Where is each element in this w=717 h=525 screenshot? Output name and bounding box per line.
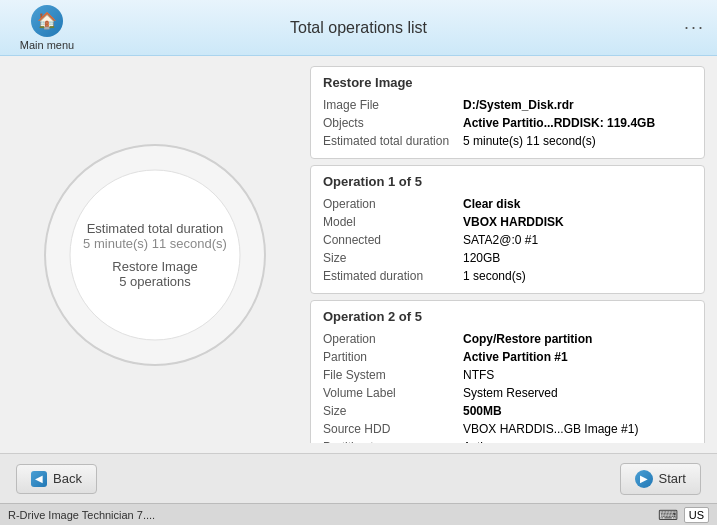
table-row: Estimated duration1 second(s) [323, 267, 692, 285]
row-value: VBOX HARDDISK [463, 215, 564, 229]
back-arrow-icon: ◀ [31, 471, 47, 487]
table-row: OperationCopy/Restore partition [323, 330, 692, 348]
start-button[interactable]: ▶ Start [620, 463, 701, 495]
operation-card: Restore ImageImage FileD:/System_Disk.rd… [310, 66, 705, 159]
estimated-duration-label: Estimated total duration [83, 221, 227, 236]
row-value: D:/System_Disk.rdr [463, 98, 574, 112]
operation-card: Operation 1 of 5OperationClear diskModel… [310, 165, 705, 294]
table-row: File SystemNTFS [323, 366, 692, 384]
row-key: Operation [323, 332, 463, 346]
row-value: 1 second(s) [463, 269, 526, 283]
taskbar: R-Drive Image Technician 7.... ⌨ US [0, 503, 717, 525]
table-row: ModelVBOX HARDDISK [323, 213, 692, 231]
more-options-button[interactable]: ··· [684, 17, 705, 38]
keyboard-icon: ⌨ [658, 507, 678, 523]
row-key: Objects [323, 116, 463, 130]
language-badge[interactable]: US [684, 507, 709, 523]
table-row: OperationClear disk [323, 195, 692, 213]
row-value: 5 minute(s) 11 second(s) [463, 134, 596, 148]
table-row: Partition typeActive [323, 438, 692, 443]
operations-list: Restore ImageImage FileD:/System_Disk.rd… [310, 66, 707, 443]
taskbar-app-label: R-Drive Image Technician 7.... [8, 509, 155, 521]
row-key: Estimated total duration [323, 134, 463, 148]
table-row: Image FileD:/System_Disk.rdr [323, 96, 692, 114]
row-key: Partition [323, 350, 463, 364]
row-key: File System [323, 368, 463, 382]
row-key: Size [323, 404, 463, 418]
row-key: Volume Label [323, 386, 463, 400]
operation-count: 5 operations [83, 274, 227, 289]
start-label: Start [659, 471, 686, 486]
row-value: Active Partitio...RDDISK: 119.4GB [463, 116, 655, 130]
table-row: ObjectsActive Partitio...RDDISK: 119.4GB [323, 114, 692, 132]
home-icon: 🏠 [31, 5, 63, 37]
taskbar-right: ⌨ US [658, 507, 709, 523]
row-value: 120GB [463, 251, 500, 265]
operation-card: Operation 2 of 5OperationCopy/Restore pa… [310, 300, 705, 443]
row-value: NTFS [463, 368, 494, 382]
table-row: Volume LabelSystem Reserved [323, 384, 692, 402]
operation-card-title: Operation 1 of 5 [323, 174, 692, 189]
footer: ◀ Back ▶ Start [0, 453, 717, 503]
main-menu-button[interactable]: 🏠 Main menu [12, 5, 82, 51]
row-value: SATA2@:0 #1 [463, 233, 538, 247]
table-row: Size500MB [323, 402, 692, 420]
table-row: PartitionActive Partition #1 [323, 348, 692, 366]
table-row: ConnectedSATA2@:0 #1 [323, 231, 692, 249]
estimated-duration-value: 5 minute(s) 11 second(s) [83, 236, 227, 251]
header: 🏠 Main menu Total operations list ··· [0, 0, 717, 56]
row-key: Source HDD [323, 422, 463, 436]
operation-card-title: Operation 2 of 5 [323, 309, 692, 324]
circle-diagram: Estimated total duration 5 minute(s) 11 … [35, 135, 275, 375]
row-key: Image File [323, 98, 463, 112]
main-menu-label: Main menu [20, 39, 74, 51]
row-key: Operation [323, 197, 463, 211]
row-value: Clear disk [463, 197, 520, 211]
main-content: Estimated total duration 5 minute(s) 11 … [0, 56, 717, 453]
row-value: Copy/Restore partition [463, 332, 592, 346]
page-title: Total operations list [290, 19, 427, 37]
left-panel: Estimated total duration 5 minute(s) 11 … [10, 66, 300, 443]
row-key: Size [323, 251, 463, 265]
row-key: Partition type [323, 440, 463, 443]
operation-name: Restore Image [83, 259, 227, 274]
back-button[interactable]: ◀ Back [16, 464, 97, 494]
start-play-icon: ▶ [635, 470, 653, 488]
row-value: Active Partition #1 [463, 350, 568, 364]
row-key: Estimated duration [323, 269, 463, 283]
row-value: VBOX HARDDIS...GB Image #1) [463, 422, 638, 436]
back-label: Back [53, 471, 82, 486]
row-key: Connected [323, 233, 463, 247]
row-value: Active [463, 440, 496, 443]
row-value: System Reserved [463, 386, 558, 400]
row-value: 500MB [463, 404, 502, 418]
row-key: Model [323, 215, 463, 229]
table-row: Size120GB [323, 249, 692, 267]
table-row: Source HDDVBOX HARDDIS...GB Image #1) [323, 420, 692, 438]
circle-text: Estimated total duration 5 minute(s) 11 … [83, 221, 227, 289]
table-row: Estimated total duration5 minute(s) 11 s… [323, 132, 692, 150]
operation-card-title: Restore Image [323, 75, 692, 90]
